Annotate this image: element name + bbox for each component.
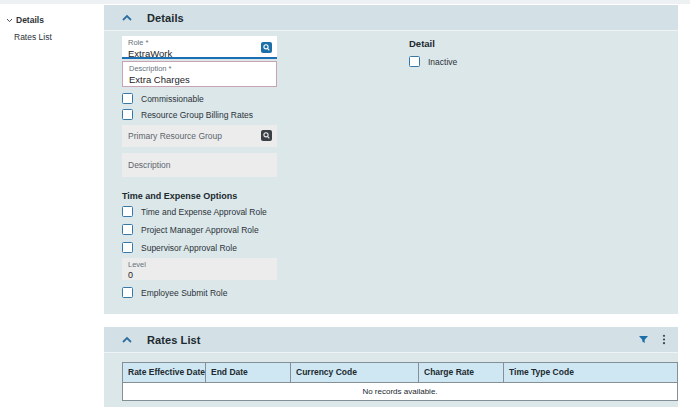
primary-resource-group-field[interactable]: Primary Resource Group: [122, 125, 277, 147]
supervisor-approval-checkbox-row[interactable]: Supervisor Approval Role: [122, 242, 277, 253]
sidebar-item-details[interactable]: Details: [0, 4, 104, 25]
commissionable-checkbox[interactable]: [122, 93, 133, 104]
role-field-value: ExtraWork: [128, 48, 271, 59]
time-expense-approval-checkbox-row[interactable]: Time and Expense Approval Role: [122, 206, 277, 217]
sidebar-item-rates-list[interactable]: Rates List: [0, 25, 104, 42]
inactive-checkbox[interactable]: [409, 56, 420, 67]
rates-list-header-actions: [638, 334, 666, 345]
resource-group-billing-rates-checkbox[interactable]: [122, 109, 133, 120]
details-panel: Details Role * ExtraWork Description * E…: [104, 5, 678, 314]
sidebar-item-label: Rates List: [14, 32, 52, 42]
rates-list-section-title: Rates List: [147, 334, 201, 346]
filter-icon[interactable]: [638, 335, 649, 345]
supervisor-approval-label: Supervisor Approval Role: [141, 243, 237, 253]
inactive-checkbox-row[interactable]: Inactive: [409, 56, 457, 67]
detail-right-column: Detail Inactive: [409, 38, 457, 67]
level-field[interactable]: Level 0: [122, 258, 277, 280]
time-expense-approval-checkbox[interactable]: [122, 206, 133, 217]
commissionable-checkbox-row[interactable]: Commissionable: [122, 93, 277, 104]
resource-group-billing-rates-label: Resource Group Billing Rates: [141, 110, 253, 120]
collapse-chevron-up-icon[interactable]: [122, 336, 132, 344]
sidebar-item-label: Details: [16, 15, 44, 25]
lookup-icon[interactable]: [261, 42, 272, 53]
supervisor-approval-checkbox[interactable]: [122, 242, 133, 253]
inactive-label: Inactive: [428, 57, 457, 67]
level-field-value: 0: [128, 270, 271, 281]
time-expense-options-heading: Time and Expense Options: [122, 191, 277, 201]
employee-submit-checkbox-row[interactable]: Employee Submit Role: [122, 287, 277, 298]
column-header-charge-rate[interactable]: Charge Rate: [419, 363, 504, 382]
project-manager-approval-checkbox-row[interactable]: Project Manager Approval Role: [122, 224, 277, 235]
rates-list-panel: Rates List Rate Effective Date End Date …: [104, 327, 678, 407]
project-manager-approval-label: Project Manager Approval Role: [141, 225, 259, 235]
description-field[interactable]: Description * Extra Charges: [122, 61, 277, 87]
empty-records-message: No records available.: [123, 383, 677, 400]
description-field-label: Description *: [129, 65, 270, 73]
details-left-column: Role * ExtraWork Description * Extra Cha…: [122, 31, 277, 298]
employee-submit-label: Employee Submit Role: [141, 288, 227, 298]
role-field[interactable]: Role * ExtraWork: [122, 36, 277, 59]
time-expense-approval-label: Time and Expense Approval Role: [141, 207, 267, 217]
level-field-label: Level: [128, 261, 271, 269]
employee-submit-checkbox[interactable]: [122, 287, 133, 298]
description-field-value: Extra Charges: [129, 74, 270, 85]
rates-table-header-row: Rate Effective Date End Date Currency Co…: [123, 363, 677, 383]
collapse-chevron-up-icon[interactable]: [122, 14, 132, 22]
primary-resource-group-placeholder: Primary Resource Group: [128, 131, 222, 141]
column-header-rate-effective-date[interactable]: Rate Effective Date: [123, 363, 206, 382]
details-section-title: Details: [147, 12, 184, 24]
lookup-icon-dark[interactable]: [261, 130, 272, 141]
resource-group-billing-rates-checkbox-row[interactable]: Resource Group Billing Rates: [122, 109, 277, 120]
project-manager-approval-checkbox[interactable]: [122, 224, 133, 235]
description-secondary-field[interactable]: Description: [122, 153, 277, 177]
details-panel-body: Role * ExtraWork Description * Extra Cha…: [104, 31, 678, 313]
column-header-time-type-code[interactable]: Time Type Code: [504, 363, 677, 382]
column-header-currency-code[interactable]: Currency Code: [291, 363, 419, 382]
detail-column-heading: Detail: [409, 38, 457, 49]
description-secondary-placeholder: Description: [128, 160, 171, 170]
role-field-label: Role *: [128, 39, 271, 47]
rates-table: Rate Effective Date End Date Currency Co…: [122, 362, 678, 401]
sidebar: Details Rates List: [0, 4, 104, 42]
commissionable-label: Commissionable: [141, 94, 204, 104]
kebab-menu-icon[interactable]: [662, 334, 666, 345]
chevron-down-icon[interactable]: [6, 18, 13, 23]
rates-list-panel-header[interactable]: Rates List: [104, 327, 678, 353]
details-panel-header[interactable]: Details: [104, 5, 678, 31]
column-header-end-date[interactable]: End Date: [206, 363, 291, 382]
